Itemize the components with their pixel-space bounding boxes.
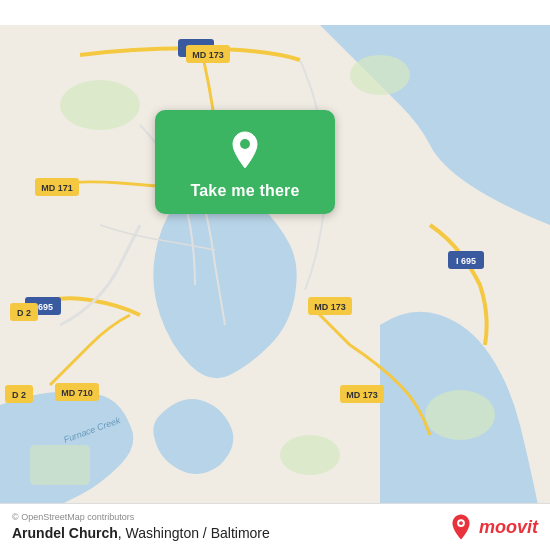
svg-point-3 <box>425 390 495 440</box>
map-pin-icon <box>223 128 267 172</box>
location-info: © OpenStreetMap contributors Arundel Chu… <box>12 512 270 542</box>
svg-text:D 2: D 2 <box>12 390 26 400</box>
svg-text:MD 171: MD 171 <box>41 183 73 193</box>
moovit-pin-icon <box>447 513 475 541</box>
map-container: I 695 I 695 I 695 MD 173 MD 171 MD 173 M… <box>0 0 550 550</box>
svg-point-29 <box>459 521 463 525</box>
moovit-logo: moovit <box>447 513 538 541</box>
moovit-brand-text: moovit <box>479 517 538 538</box>
location-name-region: Arundel Church, Washington / Baltimore <box>12 524 270 542</box>
cta-label: Take me there <box>190 182 299 200</box>
svg-point-4 <box>280 435 340 475</box>
bottom-bar: © OpenStreetMap contributors Arundel Chu… <box>0 503 550 550</box>
take-me-there-button[interactable]: Take me there <box>155 110 335 214</box>
svg-point-1 <box>60 80 140 130</box>
svg-point-27 <box>240 139 250 149</box>
svg-text:MD 710: MD 710 <box>61 388 93 398</box>
svg-text:I 695: I 695 <box>456 256 476 266</box>
location-region: , Washington / Baltimore <box>118 525 270 541</box>
svg-text:MD 173: MD 173 <box>314 302 346 312</box>
map-background: I 695 I 695 I 695 MD 173 MD 171 MD 173 M… <box>0 0 550 550</box>
svg-rect-5 <box>30 445 90 485</box>
svg-text:D 2: D 2 <box>17 308 31 318</box>
svg-text:MD 173: MD 173 <box>192 50 224 60</box>
location-name: Arundel Church <box>12 525 118 541</box>
attribution: © OpenStreetMap contributors <box>12 512 270 522</box>
svg-point-2 <box>350 55 410 95</box>
svg-text:MD 173: MD 173 <box>346 390 378 400</box>
